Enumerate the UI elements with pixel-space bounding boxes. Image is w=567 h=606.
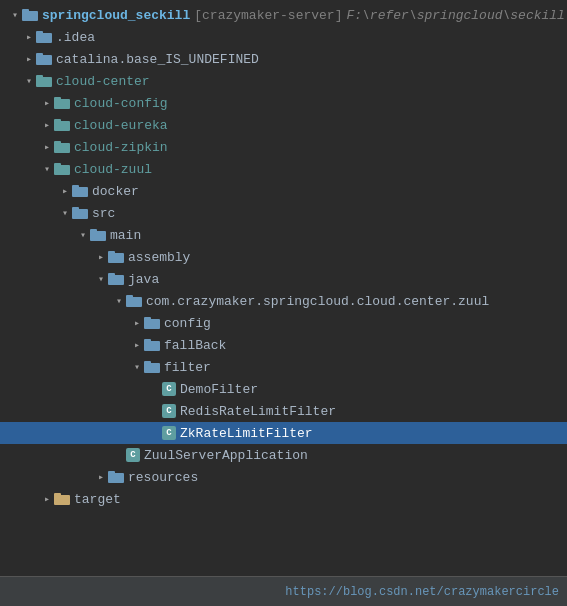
svg-rect-23 [108, 251, 115, 255]
idea-folder-icon [36, 29, 52, 45]
tree-item-java[interactable]: java [0, 268, 567, 290]
tree-item-src[interactable]: src [0, 202, 567, 224]
tree-item-cloud-center[interactable]: cloud-center [0, 70, 567, 92]
java-folder-icon [108, 271, 124, 287]
com-pkg-label: com.crazymaker.springcloud.cloud.center.… [146, 294, 489, 309]
DemoFilter-label: DemoFilter [180, 382, 258, 397]
tree-item-com-pkg[interactable]: com.crazymaker.springcloud.cloud.center.… [0, 290, 567, 312]
root-label: springcloud_seckill [42, 8, 190, 23]
filter-arrow [130, 361, 144, 373]
svg-rect-15 [54, 163, 61, 167]
src-arrow [58, 207, 72, 219]
svg-rect-21 [90, 229, 97, 233]
cloud-zuul-folder-icon [54, 161, 70, 177]
src-label: src [92, 206, 115, 221]
tree-item-main[interactable]: main [0, 224, 567, 246]
tree-item-cloud-zuul[interactable]: cloud-zuul [0, 158, 567, 180]
catalina-folder-icon [36, 51, 52, 67]
svg-rect-17 [72, 185, 79, 189]
tree-item-catalina[interactable]: catalina.base_IS_UNDEFINED [0, 48, 567, 70]
main-folder-icon [90, 227, 106, 243]
assembly-arrow [94, 251, 108, 263]
catalina-arrow [22, 53, 36, 65]
filter-label: filter [164, 360, 211, 375]
ZkRateLimitFilter-label: ZkRateLimitFilter [180, 426, 313, 441]
assembly-folder-icon [108, 249, 124, 265]
cloud-zipkin-arrow [40, 141, 54, 153]
svg-rect-37 [54, 493, 61, 497]
tree-item-RedisRateLimitFilter[interactable]: C RedisRateLimitFilter [0, 400, 567, 422]
cloud-center-folder-icon [36, 73, 52, 89]
idea-label: .idea [56, 30, 95, 45]
tree-item-config[interactable]: config [0, 312, 567, 334]
cloud-config-label: cloud-config [74, 96, 168, 111]
fallBack-label: fallBack [164, 338, 226, 353]
tree-item-ZkRateLimitFilter[interactable]: C ZkRateLimitFilter [0, 422, 567, 444]
config-arrow [130, 317, 144, 329]
cloud-eureka-arrow [40, 119, 54, 131]
tree-item-DemoFilter[interactable]: C DemoFilter [0, 378, 567, 400]
target-arrow [40, 493, 54, 505]
cloud-center-arrow [22, 75, 36, 87]
tree-item-target[interactable]: target [0, 488, 567, 510]
cloud-config-arrow [40, 97, 54, 109]
fallBack-folder-icon [144, 337, 160, 353]
svg-rect-35 [108, 471, 115, 475]
config-label: config [164, 316, 211, 331]
cloud-zipkin-label: cloud-zipkin [74, 140, 168, 155]
tree-item-filter[interactable]: filter [0, 356, 567, 378]
svg-rect-27 [126, 295, 133, 299]
main-arrow [76, 229, 90, 241]
svg-rect-33 [144, 361, 151, 365]
svg-rect-19 [72, 207, 79, 211]
java-label: java [128, 272, 159, 287]
DemoFilter-class-icon: C [162, 382, 176, 396]
tree-item-idea[interactable]: .idea [0, 26, 567, 48]
config-folder-icon [144, 315, 160, 331]
tree-root[interactable]: springcloud_seckill [crazymaker-server] … [0, 4, 567, 26]
cloud-config-folder-icon [54, 95, 70, 111]
assembly-label: assembly [128, 250, 190, 265]
target-label: target [74, 492, 121, 507]
docker-arrow [58, 185, 72, 197]
tree-item-resources[interactable]: resources [0, 466, 567, 488]
svg-rect-13 [54, 141, 61, 145]
tree-item-cloud-eureka[interactable]: cloud-eureka [0, 114, 567, 136]
fallBack-arrow [130, 339, 144, 351]
root-folder-icon [22, 7, 38, 23]
java-arrow [94, 273, 108, 285]
tree-item-cloud-zipkin[interactable]: cloud-zipkin [0, 136, 567, 158]
status-bar: https://blog.csdn.net/crazymakercircle [0, 576, 567, 606]
idea-arrow [22, 31, 36, 43]
svg-rect-5 [36, 53, 43, 57]
resources-folder-icon [108, 469, 124, 485]
tree-item-assembly[interactable]: assembly [0, 246, 567, 268]
svg-rect-1 [22, 9, 29, 13]
cloud-zipkin-folder-icon [54, 139, 70, 155]
com-pkg-arrow [112, 295, 126, 307]
ZuulServerApplication-class-icon: C [126, 448, 140, 462]
svg-rect-9 [54, 97, 61, 101]
status-url[interactable]: https://blog.csdn.net/crazymakercircle [285, 585, 559, 599]
root-arrow [8, 9, 22, 21]
tree-item-cloud-config[interactable]: cloud-config [0, 92, 567, 114]
cloud-zuul-label: cloud-zuul [74, 162, 152, 177]
root-server: [crazymaker-server] [194, 8, 342, 23]
cloud-zuul-arrow [40, 163, 54, 175]
tree-item-ZuulServerApplication[interactable]: C ZuulServerApplication [0, 444, 567, 466]
target-folder-icon [54, 491, 70, 507]
tree-item-fallBack[interactable]: fallBack [0, 334, 567, 356]
file-tree: springcloud_seckill [crazymaker-server] … [0, 0, 567, 576]
root-path: F:\refer\springcloud\seckill\sp [346, 8, 567, 23]
svg-rect-31 [144, 339, 151, 343]
ZuulServerApplication-label: ZuulServerApplication [144, 448, 308, 463]
resources-arrow [94, 471, 108, 483]
svg-rect-7 [36, 75, 43, 79]
svg-rect-11 [54, 119, 61, 123]
svg-rect-25 [108, 273, 115, 277]
RedisRateLimitFilter-label: RedisRateLimitFilter [180, 404, 336, 419]
tree-item-docker[interactable]: docker [0, 180, 567, 202]
src-folder-icon [72, 205, 88, 221]
cloud-center-label: cloud-center [56, 74, 150, 89]
resources-label: resources [128, 470, 198, 485]
